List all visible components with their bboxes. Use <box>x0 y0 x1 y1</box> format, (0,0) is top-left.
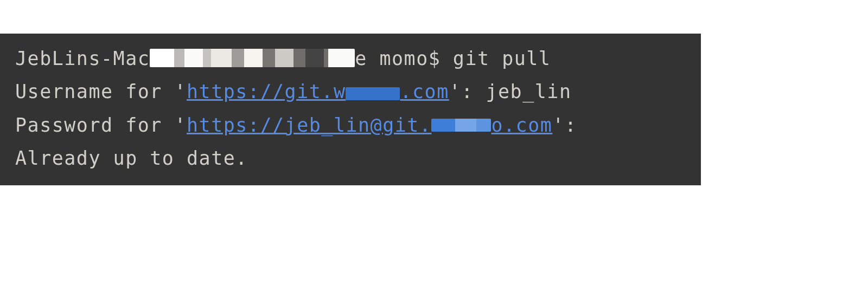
username-label: Username for ' <box>15 81 187 102</box>
url-suffix: o.com <box>491 114 552 136</box>
password-label: Password for ' <box>15 114 187 136</box>
prompt-host: JebLins-Mac <box>15 48 150 69</box>
username-value: ': jeb_lin <box>449 81 572 102</box>
url-prefix: https://git.w <box>187 81 346 102</box>
redacted-segment <box>346 87 400 100</box>
url-prefix: https://jeb_lin@git. <box>187 114 431 136</box>
terminal-line-result: Already up to date. <box>15 142 686 175</box>
redacted-segment <box>431 119 491 132</box>
terminal-line-password-prompt: Password for 'https://jeb_lin@git.o.com'… <box>15 109 686 142</box>
prompt-command: e momo$ git pull <box>355 48 551 69</box>
result-text: Already up to date. <box>15 147 248 169</box>
username-url-link[interactable]: https://git.w.com <box>187 81 449 102</box>
password-after: ': <box>552 114 577 136</box>
url-suffix: .com <box>400 81 449 102</box>
terminal-line-username-prompt: Username for 'https://git.w.com': jeb_li… <box>15 75 686 108</box>
password-url-link[interactable]: https://jeb_lin@git.o.com <box>187 114 552 136</box>
redacted-segment <box>150 49 355 67</box>
terminal-line-command: JebLins-Mace momo$ git pull <box>15 42 686 75</box>
terminal-window[interactable]: JebLins-Mace momo$ git pull Username for… <box>0 34 701 185</box>
